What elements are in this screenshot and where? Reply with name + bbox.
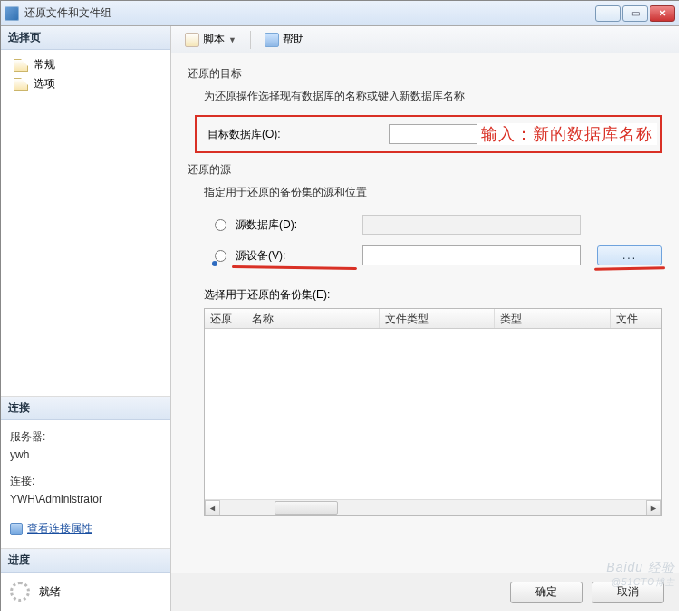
- help-button[interactable]: 帮助: [258, 29, 311, 50]
- col-type[interactable]: 类型: [495, 309, 611, 328]
- horizontal-scrollbar[interactable]: ◄ ►: [205, 499, 661, 515]
- progress-section: 进度 就绪: [1, 548, 170, 611]
- table-header: 还原 名称 文件类型 类型 文件: [205, 309, 661, 329]
- scroll-thumb[interactable]: [275, 501, 338, 515]
- page-options[interactable]: 选项: [10, 74, 170, 93]
- backupsets-table: 还原 名称 文件类型 类型 文件 ◄ ►: [204, 308, 662, 516]
- target-row: 目标数据库(O):: [207, 124, 650, 144]
- ok-button[interactable]: 确定: [510, 582, 583, 603]
- col-filetype[interactable]: 文件类型: [380, 309, 496, 328]
- select-page-header: 选择页: [1, 26, 170, 50]
- col-name[interactable]: 名称: [246, 309, 380, 328]
- scroll-left-button[interactable]: ◄: [205, 500, 220, 515]
- script-icon: [185, 33, 199, 47]
- page-general-label: 常规: [34, 57, 55, 72]
- col-file[interactable]: 文件: [611, 309, 661, 328]
- conn-label: 连接:: [10, 472, 161, 490]
- help-icon: [265, 33, 279, 47]
- source-device-input[interactable]: [362, 245, 581, 265]
- script-label: 脚本: [203, 32, 225, 47]
- scroll-right-button[interactable]: ►: [646, 500, 661, 515]
- page-general[interactable]: 常规: [10, 55, 170, 74]
- left-panel: 选择页 常规 选项 连接 服务器: ywh 连接: YWH\Admin: [1, 26, 171, 611]
- toolbar: 脚本 ▼ 帮助: [171, 26, 679, 53]
- source-db-row: 源数据库(D):: [215, 215, 662, 235]
- page-options-label: 选项: [34, 76, 55, 91]
- target-group-sub: 为还原操作选择现有数据库的名称或键入新数据库名称: [204, 89, 662, 104]
- chevron-down-icon: ▼: [228, 35, 236, 44]
- source-db-label: 源数据库(D):: [236, 217, 353, 233]
- ok-label: 确定: [535, 584, 557, 600]
- backupsets-label: 选择用于还原的备份集(E):: [204, 287, 662, 303]
- server-value: ywh: [10, 446, 161, 464]
- window-buttons: — ▭ ✕: [595, 5, 675, 22]
- progress-header: 进度: [1, 549, 170, 573]
- view-connection-props-label: 查看连接属性: [27, 519, 92, 537]
- properties-icon: [10, 523, 23, 535]
- help-label: 帮助: [283, 32, 304, 47]
- source-db-radio[interactable]: [215, 219, 226, 231]
- target-db-label: 目标数据库(O):: [207, 127, 389, 142]
- cancel-label: 取消: [617, 584, 639, 600]
- page-icon: [14, 59, 28, 72]
- scroll-track[interactable]: [220, 500, 646, 515]
- window-title: 还原文件和文件组: [24, 5, 595, 21]
- target-highlight: 目标数据库(O): 输入：新的数据库名称: [195, 115, 662, 153]
- source-db-input: [362, 215, 581, 235]
- toolbar-separator: [250, 31, 251, 49]
- source-group-sub: 指定用于还原的备份集的源和位置: [204, 185, 662, 200]
- script-button[interactable]: 脚本 ▼: [178, 29, 243, 50]
- right-panel: 脚本 ▼ 帮助 还原的目标 为还原操作选择现有数据库的名称或键入新数据库名称 目…: [171, 26, 679, 611]
- spinner-icon: [10, 582, 30, 602]
- app-icon: [5, 6, 19, 21]
- target-group-title: 还原的目标: [188, 66, 662, 82]
- connection-body: 服务器: ywh 连接: YWH\Administrator 查看连接属性: [1, 420, 170, 548]
- page-icon: [14, 78, 28, 91]
- source-device-row: 源设备(V): ...: [215, 245, 662, 265]
- content-area: 还原的目标 为还原操作选择现有数据库的名称或键入新数据库名称 目标数据库(O):…: [171, 53, 679, 573]
- conn-value: YWH\Administrator: [10, 490, 161, 508]
- browse-label: ...: [622, 249, 637, 262]
- view-connection-props-link[interactable]: 查看连接属性: [10, 519, 92, 537]
- dialog-body: 选择页 常规 选项 连接 服务器: ywh 连接: YWH\Admin: [1, 26, 679, 611]
- server-label: 服务器:: [10, 428, 161, 446]
- page-tree: 常规 选项: [1, 50, 170, 99]
- titlebar: 还原文件和文件组 — ▭ ✕: [1, 1, 679, 26]
- maximize-button[interactable]: ▭: [622, 5, 648, 22]
- col-restore[interactable]: 还原: [205, 309, 246, 328]
- source-group-title: 还原的源: [188, 162, 662, 178]
- minimize-button[interactable]: —: [595, 5, 621, 22]
- dialog-window: 还原文件和文件组 — ▭ ✕ 选择页 常规 选项 连接: [0, 0, 679, 611]
- dialog-footer: 确定 取消: [171, 573, 679, 611]
- table-body[interactable]: [205, 329, 661, 499]
- connection-header: 连接: [1, 397, 170, 420]
- source-device-radio[interactable]: [215, 250, 226, 262]
- cancel-button[interactable]: 取消: [592, 582, 664, 603]
- left-spacer: [1, 99, 170, 396]
- progress-status: 就绪: [39, 584, 61, 600]
- close-button[interactable]: ✕: [650, 5, 675, 22]
- progress-body: 就绪: [1, 573, 170, 611]
- target-db-combo[interactable]: [389, 124, 650, 144]
- connection-section: 连接 服务器: ywh 连接: YWH\Administrator 查看连接属性: [1, 396, 170, 548]
- browse-device-button[interactable]: ...: [597, 245, 662, 265]
- source-device-label: 源设备(V):: [236, 248, 353, 264]
